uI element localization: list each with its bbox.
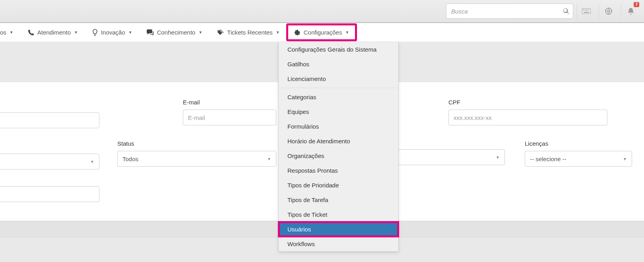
input-left-top[interactable] bbox=[0, 112, 99, 128]
dropdown-configuracoes: Configurações Gerais do Sistema Gatilhos… bbox=[278, 42, 399, 252]
input-cpf[interactable] bbox=[448, 110, 607, 125]
nav-item-configuracoes[interactable]: Configurações ▼ bbox=[287, 24, 357, 40]
search-input[interactable] bbox=[446, 4, 573, 19]
comments-icon bbox=[147, 29, 154, 36]
nav-label: Inovação bbox=[101, 29, 125, 36]
notifications-icon[interactable]: 7 bbox=[621, 4, 640, 19]
nav-label: Tickets Recentes bbox=[227, 29, 273, 36]
svg-rect-1 bbox=[583, 10, 584, 10]
notification-badge: 7 bbox=[634, 2, 639, 7]
search-icon[interactable] bbox=[563, 8, 569, 14]
dropdown-item-categorias[interactable]: Categorias bbox=[279, 90, 398, 104]
navbar: os ▼ Atendimento ▼ Inovação ▼ Conhecimen… bbox=[0, 23, 644, 42]
dropdown-item-licenciamento[interactable]: Licenciamento bbox=[279, 71, 398, 86]
select-status[interactable]: Todos ▼ bbox=[117, 151, 276, 167]
field-left-top bbox=[0, 112, 99, 128]
caret-down-icon: ▼ bbox=[623, 157, 627, 161]
nav-label: Conhecimento bbox=[157, 29, 196, 36]
select-left[interactable]: ▼ bbox=[0, 154, 99, 170]
tags-icon bbox=[217, 29, 224, 36]
field-left-bottom bbox=[0, 186, 99, 202]
caret-down-icon: ▼ bbox=[198, 30, 202, 35]
caret-down-icon: ▼ bbox=[74, 30, 78, 35]
label-mid bbox=[398, 139, 505, 145]
select-value: -- selecione -- bbox=[530, 156, 566, 162]
input-left-bottom[interactable] bbox=[0, 186, 99, 202]
nav-label: os bbox=[0, 29, 6, 36]
select-value: Todos bbox=[122, 156, 138, 162]
nav-item-tickets-recentes[interactable]: Tickets Recentes ▼ bbox=[209, 24, 287, 40]
dropdown-separator bbox=[279, 88, 398, 88]
globe-icon[interactable] bbox=[599, 4, 618, 19]
dropdown-item-respostas[interactable]: Respostas Prontas bbox=[279, 163, 398, 178]
dropdown-item-config-gerais[interactable]: Configurações Gerais do Sistema bbox=[279, 42, 398, 57]
lightbulb-icon bbox=[92, 29, 98, 36]
caret-down-icon: ▼ bbox=[345, 30, 349, 35]
caret-down-icon: ▼ bbox=[276, 30, 280, 35]
field-left-select: ▼ bbox=[0, 154, 99, 170]
field-status: Status Todos ▼ bbox=[117, 140, 276, 167]
input-email[interactable] bbox=[183, 110, 276, 125]
gear-icon bbox=[294, 29, 301, 36]
dropdown-item-usuarios[interactable]: Usuários bbox=[279, 222, 398, 237]
nav-label: Configurações bbox=[304, 29, 342, 36]
field-email: E-mail bbox=[183, 99, 276, 125]
dropdown-item-gatilhos[interactable]: Gatilhos bbox=[279, 57, 398, 71]
nav-item-os[interactable]: os ▼ bbox=[0, 24, 21, 40]
nav-item-inovacao[interactable]: Inovação ▼ bbox=[85, 24, 140, 41]
select-licencas[interactable]: -- selecione -- ▼ bbox=[525, 151, 632, 167]
svg-rect-2 bbox=[585, 10, 586, 10]
caret-down-icon: ▼ bbox=[90, 160, 94, 164]
field-licencas: Licenças -- selecione -- ▼ bbox=[525, 140, 632, 167]
select-mid[interactable]: ▼ bbox=[398, 149, 505, 165]
dropdown-item-organizacoes[interactable]: Organizações bbox=[279, 148, 398, 163]
nav-item-atendimento[interactable]: Atendimento ▼ bbox=[21, 24, 85, 40]
svg-rect-3 bbox=[586, 10, 587, 10]
dropdown-item-tipos-prioridade[interactable]: Tipos de Prioridade bbox=[279, 178, 398, 193]
keyboard-icon[interactable] bbox=[576, 4, 596, 19]
caret-down-icon: ▼ bbox=[496, 155, 500, 160]
label-cpf: CPF bbox=[448, 99, 607, 106]
search-wrap bbox=[446, 4, 573, 19]
dropdown-item-workflows[interactable]: Workflows bbox=[279, 237, 398, 251]
topbar: 7 bbox=[0, 0, 644, 23]
dropdown-item-horario[interactable]: Horário de Atendimento bbox=[279, 134, 398, 148]
dropdown-item-tipos-ticket[interactable]: Tipos de Ticket bbox=[279, 207, 398, 222]
dropdown-item-formularios[interactable]: Formulários bbox=[279, 119, 398, 134]
svg-rect-4 bbox=[588, 10, 589, 10]
nav-item-conhecimento[interactable]: Conhecimento ▼ bbox=[140, 24, 210, 40]
nav-label: Atendimento bbox=[37, 29, 71, 36]
label-licencas: Licenças bbox=[525, 140, 632, 147]
label-status: Status bbox=[117, 140, 276, 147]
caret-down-icon: ▼ bbox=[10, 30, 14, 35]
caret-down-icon: ▼ bbox=[128, 30, 132, 35]
phone-icon bbox=[28, 29, 34, 36]
dropdown-item-equipes[interactable]: Equipes bbox=[279, 104, 398, 119]
field-cpf: CPF bbox=[448, 99, 607, 125]
svg-rect-5 bbox=[584, 12, 589, 13]
dropdown-item-tipos-tarefa[interactable]: Tipos de Tarefa bbox=[279, 193, 398, 207]
label-email: E-mail bbox=[183, 99, 276, 106]
field-mid-select: ▼ bbox=[398, 139, 505, 165]
caret-down-icon: ▼ bbox=[267, 157, 271, 161]
svg-rect-0 bbox=[582, 8, 591, 14]
